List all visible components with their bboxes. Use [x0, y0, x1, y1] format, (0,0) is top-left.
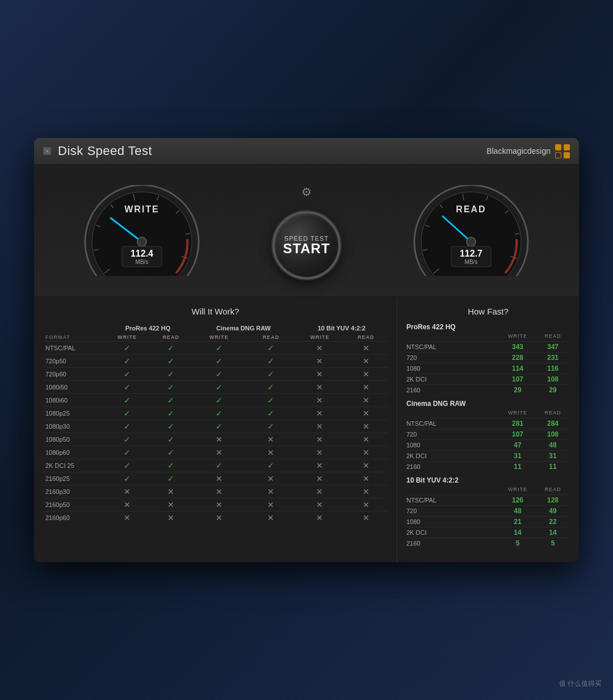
settings-button[interactable]: ⚙ — [296, 182, 317, 202]
fast-row-label: 720 — [406, 508, 499, 514]
fast-row-read: 347 — [536, 343, 570, 351]
fast-row-read: 284 — [536, 420, 570, 427]
work-table-row: 720p60✓✓✓✓✕✕ — [43, 368, 388, 381]
check-cell: ✕ — [344, 512, 388, 525]
check-cell: ✕ — [344, 355, 388, 368]
cross-icon: ✕ — [216, 513, 222, 522]
check-icon: ✓ — [167, 343, 174, 353]
fast-row-read: 22 — [536, 518, 570, 526]
check-cell: ✓ — [246, 394, 295, 407]
check-cell: ✓ — [104, 420, 150, 433]
check-cell: ✕ — [104, 498, 150, 512]
cross-icon: ✕ — [363, 487, 370, 496]
check-cell: ✓ — [104, 433, 150, 446]
fast-row-label: NTSC/PAL — [406, 497, 499, 504]
fast-row-read: 108 — [536, 375, 570, 383]
how-fast-content: ProRes 422 HQWRITEREADNTSC/PAL3433477202… — [406, 323, 570, 548]
fast-row-write: 21 — [501, 518, 535, 526]
check-icon: ✓ — [167, 396, 174, 405]
fast-row-label: 720 — [406, 431, 499, 438]
svg-point-13 — [137, 237, 146, 246]
cross-icon: ✕ — [316, 487, 323, 496]
check-cell: ✕ — [296, 381, 345, 394]
check-icon: ✓ — [216, 461, 222, 470]
cross-icon: ✕ — [363, 396, 370, 405]
check-cell: ✕ — [296, 459, 345, 472]
cross-icon: ✕ — [363, 461, 370, 470]
fast-row-label: 2K DCI — [406, 529, 499, 536]
fast-row-write: 107 — [501, 430, 535, 438]
check-cell: ✕ — [191, 485, 246, 498]
title-bar-left: ✕ Disk Speed Test — [43, 144, 152, 158]
cross-icon: ✕ — [316, 448, 323, 457]
check-icon: ✓ — [267, 357, 274, 366]
check-cell: ✕ — [296, 407, 345, 420]
check-icon: ✓ — [124, 461, 131, 470]
check-cell: ✓ — [246, 368, 295, 381]
check-cell: ✕ — [296, 498, 345, 512]
work-table-row: 1080p60✓✓✕✕✕✕ — [43, 446, 388, 459]
check-cell: ✓ — [150, 472, 192, 485]
check-cell: ✓ — [104, 394, 150, 407]
check-icon: ✓ — [216, 396, 222, 405]
fast-read-header: READ — [536, 333, 570, 339]
check-cell: ✕ — [296, 433, 345, 446]
cross-icon: ✕ — [363, 474, 370, 483]
cross-icon: ✕ — [316, 383, 323, 392]
work-table-row: 720p50✓✓✓✓✕✕ — [43, 355, 388, 368]
format-cell: 2160p50 — [43, 498, 104, 512]
check-cell: ✕ — [246, 485, 295, 498]
read-gauge-container: READ 112.7 MB/s — [409, 185, 534, 276]
cross-icon: ✕ — [363, 383, 370, 392]
check-cell: ✕ — [191, 512, 246, 525]
fast-row: 720228231 — [406, 352, 570, 363]
cross-icon: ✕ — [363, 500, 370, 509]
check-icon: ✓ — [124, 343, 131, 353]
cross-icon: ✕ — [167, 513, 174, 522]
format-cell: 1080p30 — [43, 420, 104, 433]
format-cell: 1080i50 — [43, 381, 104, 394]
work-table-row: 2160p60✕✕✕✕✕✕ — [43, 512, 388, 525]
format-cell: 1080p60 — [43, 446, 104, 459]
fast-row-label: 1080 — [406, 365, 499, 372]
svg-text:WRITE: WRITE — [124, 204, 159, 214]
start-button[interactable]: SPEED TEST START — [272, 211, 341, 279]
format-cell: 1080p50 — [43, 433, 104, 446]
check-icon: ✓ — [124, 357, 131, 366]
check-cell: ✕ — [191, 472, 246, 485]
format-cell: NTSC/PAL — [43, 342, 104, 355]
check-cell: ✓ — [191, 407, 246, 420]
check-cell: ✕ — [344, 446, 388, 459]
fast-section: 10 Bit YUV 4:2:2WRITEREADNTSC/PAL1261287… — [406, 476, 570, 548]
cross-icon: ✕ — [267, 435, 274, 444]
gauge-section: WRITE 112.4 MB/s ⚙ SPEED TEST START — [34, 165, 579, 297]
how-fast-panel: How Fast? ProRes 422 HQWRITEREADNTSC/PAL… — [397, 297, 579, 562]
check-icon: ✓ — [167, 422, 174, 431]
cross-icon: ✕ — [316, 370, 323, 379]
fast-row: 2K DCI3131 — [406, 450, 570, 461]
check-cell: ✓ — [104, 368, 150, 381]
check-cell: ✕ — [150, 498, 192, 512]
format-cell: 720p50 — [43, 355, 104, 368]
check-cell: ✓ — [104, 342, 150, 355]
check-icon: ✓ — [267, 370, 274, 379]
fast-row-write: 11 — [501, 463, 535, 471]
check-cell: ✓ — [191, 368, 246, 381]
cdng-write-header: WRITE — [191, 333, 246, 342]
check-icon: ✓ — [267, 343, 274, 353]
check-cell: ✕ — [150, 512, 192, 525]
close-button[interactable]: ✕ — [43, 147, 51, 155]
brand-dot-3 — [555, 152, 561, 158]
yuv-read-header: READ — [344, 333, 388, 342]
fast-row-label: 2160 — [406, 540, 499, 547]
check-cell: ✕ — [344, 420, 388, 433]
fast-row: 1080114116 — [406, 363, 570, 374]
check-cell: ✕ — [344, 433, 388, 446]
app-window: ✕ Disk Speed Test Blackmagicdesign — [34, 138, 579, 562]
format-cell: 1080p25 — [43, 407, 104, 420]
fast-row-read: 14 — [536, 529, 570, 536]
cross-icon: ✕ — [316, 422, 323, 431]
check-cell: ✓ — [246, 342, 295, 355]
fast-row-read: 48 — [536, 441, 570, 449]
check-cell: ✓ — [191, 342, 246, 355]
